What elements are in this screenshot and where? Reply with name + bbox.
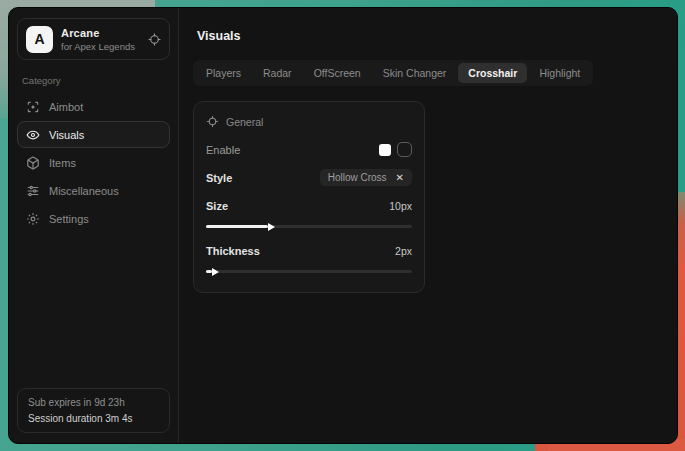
thickness-row: Thickness 2px (206, 243, 412, 258)
enable-row: Enable (206, 142, 412, 157)
thickness-slider[interactable] (206, 270, 412, 273)
sidebar-item-label: Settings (49, 213, 89, 225)
size-label: Size (206, 200, 228, 212)
thickness-value: 2px (395, 245, 412, 257)
style-label: Style (206, 172, 232, 184)
app-logo: A (26, 26, 53, 53)
sidebar-item-label: Visuals (49, 129, 84, 141)
sidebar-item-miscellaneous[interactable]: Miscellaneous (17, 177, 170, 204)
general-panel: General Enable Style Hollow Cross ✕ Size… (193, 101, 425, 293)
style-select[interactable]: Hollow Cross ✕ (320, 169, 412, 186)
tab-skin-changer[interactable]: Skin Changer (373, 63, 457, 83)
size-row: Size 10px (206, 198, 412, 213)
arcane-cheat-menu-window: A Arcane for Apex Legends Category A (8, 7, 678, 444)
style-selected-value: Hollow Cross (328, 172, 387, 183)
brand-text: Arcane for Apex Legends (61, 27, 135, 52)
size-value: 10px (389, 200, 412, 212)
size-slider-fill (206, 225, 268, 228)
clear-selection-icon[interactable]: ✕ (396, 172, 404, 183)
sidebar-nav: Aimbot Visuals Items (17, 93, 170, 232)
tab-offscreen[interactable]: OffScreen (304, 63, 371, 83)
sidebar-item-label: Items (49, 157, 76, 169)
gear-icon (26, 212, 40, 226)
package-icon (26, 156, 40, 170)
crosshair-scan-icon (26, 100, 40, 114)
app-name: Arcane (61, 27, 135, 39)
sliders-icon (26, 184, 40, 198)
sidebar-item-visuals[interactable]: Visuals (17, 121, 170, 148)
sidebar-item-settings[interactable]: Settings (17, 205, 170, 232)
main-content: Visuals Players Radar OffScreen Skin Cha… (179, 8, 677, 443)
subscription-status-card: Sub expires in 9d 23h Session duration 3… (17, 388, 170, 433)
category-label: Category (22, 75, 165, 86)
crosshair-target-icon[interactable] (148, 33, 161, 46)
session-duration-text: Session duration 3m 4s (28, 413, 159, 424)
style-row: Style Hollow Cross ✕ (206, 169, 412, 186)
app-subtitle: for Apex Legends (61, 41, 135, 52)
sidebar-item-aimbot[interactable]: Aimbot (17, 93, 170, 120)
size-slider-thumb[interactable] (268, 223, 275, 231)
enable-checkbox[interactable] (379, 144, 391, 156)
brand-card: A Arcane for Apex Legends (17, 18, 170, 60)
sidebar-item-label: Aimbot (49, 101, 83, 113)
app-logo-letter: A (34, 31, 44, 47)
size-slider[interactable] (206, 225, 412, 228)
thickness-label: Thickness (206, 245, 260, 257)
eye-icon (26, 128, 40, 142)
panel-title: General (226, 116, 263, 128)
tab-bar: Players Radar OffScreen Skin Changer Cro… (193, 60, 593, 86)
tab-crosshair[interactable]: Crosshair (458, 63, 527, 83)
sidebar-item-label: Miscellaneous (49, 185, 119, 197)
enable-label: Enable (206, 144, 240, 156)
panel-header: General (206, 115, 414, 128)
sidebar: A Arcane for Apex Legends Category A (9, 8, 179, 443)
enable-keybind-box[interactable] (397, 142, 412, 157)
tab-players[interactable]: Players (196, 63, 251, 83)
sidebar-item-items[interactable]: Items (17, 149, 170, 176)
page-title: Visuals (197, 29, 663, 43)
enable-controls (379, 142, 412, 157)
tab-radar[interactable]: Radar (253, 63, 302, 83)
crosshair-icon (206, 115, 219, 128)
thickness-slider-thumb[interactable] (212, 268, 219, 276)
tab-highlight[interactable]: Highlight (529, 63, 590, 83)
sub-expires-text: Sub expires in 9d 23h (28, 397, 159, 408)
